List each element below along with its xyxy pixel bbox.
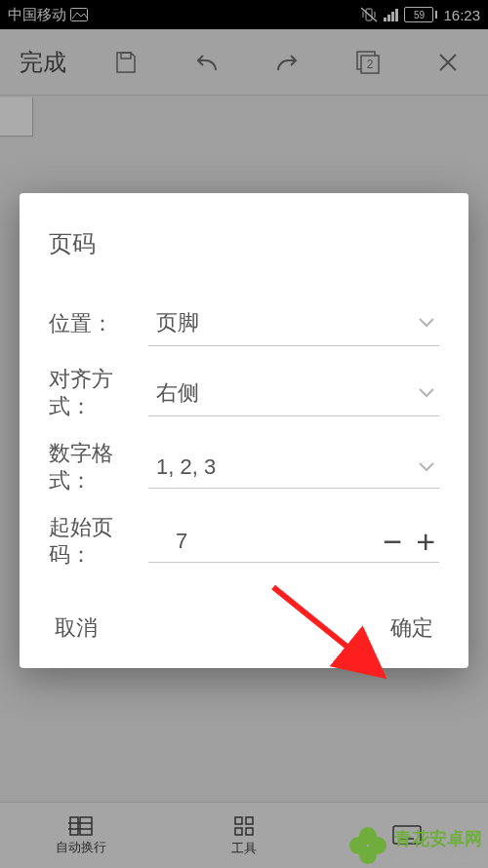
watermark: 青花安卓网 www.qhhlv.com xyxy=(349,827,482,866)
stepper-minus[interactable]: − xyxy=(383,530,402,553)
label-format: 数字格式： xyxy=(49,440,148,494)
label-align: 对齐方式： xyxy=(49,366,148,420)
label-position: 位置： xyxy=(49,310,148,337)
value-format: 1, 2, 3 xyxy=(156,454,418,480)
watermark-url: www.qhhlv.com xyxy=(394,850,482,864)
value-align: 右侧 xyxy=(156,378,418,408)
select-format[interactable]: 1, 2, 3 xyxy=(148,447,439,489)
chevron-down-icon xyxy=(418,317,435,329)
stepper-plus[interactable]: + xyxy=(416,530,435,553)
dialog-title: 页码 xyxy=(49,228,439,259)
label-start: 起始页码： xyxy=(49,514,148,569)
select-align[interactable]: 右侧 xyxy=(148,371,439,416)
chevron-down-icon xyxy=(418,387,435,399)
watermark-brand: 青花安卓网 xyxy=(394,829,482,848)
select-position[interactable]: 页脚 xyxy=(148,300,439,346)
stepper-start: 7 − + xyxy=(148,521,439,563)
value-start: 7 xyxy=(176,529,383,554)
chevron-down-icon xyxy=(418,461,435,473)
value-position: 页脚 xyxy=(156,308,418,337)
clover-icon xyxy=(349,827,388,866)
cancel-button[interactable]: 取消 xyxy=(55,613,98,643)
ok-button[interactable]: 确定 xyxy=(390,613,433,643)
page-number-dialog: 页码 位置： 页脚 对齐方式： 右侧 数字格式： 1, 2, 3 起始页码： 7… xyxy=(20,193,468,668)
